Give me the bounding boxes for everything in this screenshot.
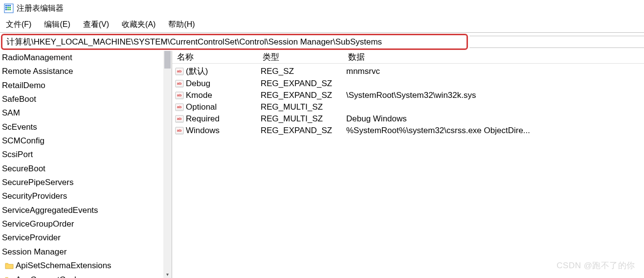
tree-item[interactable]: ApiSetSchemaExtensions xyxy=(2,259,172,273)
svg-rect-8 xyxy=(7,9,9,10)
tree-item-label: ScEvents xyxy=(2,121,37,134)
value-name: Windows xyxy=(186,126,220,136)
svg-rect-29 xyxy=(177,121,183,122)
tree-item-label: SecurePipeServers xyxy=(2,176,73,189)
svg-text:ab: ab xyxy=(177,93,181,97)
tree-item-label: Remote Assistance xyxy=(2,65,73,78)
value-data: \SystemRoot\System32\win32k.sys xyxy=(346,91,644,100)
address-path: 计算机\HKEY_LOCAL_MACHINE\SYSTEM\CurrentCon… xyxy=(6,36,382,47)
scrollbar-thumb[interactable] xyxy=(164,51,171,69)
tree-scrollbar[interactable]: ▾ xyxy=(163,51,172,278)
folder-icon xyxy=(5,276,14,278)
tree-item[interactable]: SAM xyxy=(2,106,172,120)
menu-help[interactable]: 帮助(H) xyxy=(165,19,198,31)
list-row[interactable]: ab(默认)REG_SZmnmsrvc xyxy=(172,65,644,78)
string-value-icon: ab xyxy=(175,126,184,135)
menu-view[interactable]: 查看(V) xyxy=(80,19,112,31)
svg-rect-17 xyxy=(177,86,183,87)
tree-item-label: RetailDemo xyxy=(2,79,45,92)
window-title: 注册表编辑器 xyxy=(17,3,64,14)
title-bar: 注册表编辑器 xyxy=(0,0,644,17)
tree-item-label: SecureBoot xyxy=(2,162,45,175)
tree-item-label: SecurityProviders xyxy=(2,190,67,203)
tree-item[interactable]: SafeBoot xyxy=(2,93,172,106)
svg-text:ab: ab xyxy=(177,116,181,121)
column-name[interactable]: 名称 xyxy=(175,51,261,63)
scrollbar-arrow-down-icon[interactable]: ▾ xyxy=(163,272,172,277)
tree-item[interactable]: AppCompatCache xyxy=(2,273,172,278)
value-name: (默认) xyxy=(186,66,208,77)
svg-rect-13 xyxy=(177,73,183,74)
svg-text:ab: ab xyxy=(177,69,181,73)
tree-item-label: ApiSetSchemaExtensions xyxy=(16,259,111,272)
svg-rect-33 xyxy=(177,133,183,134)
value-type: REG_MULTI_SZ xyxy=(261,102,346,112)
tree-item[interactable]: SecureBoot xyxy=(2,162,172,176)
tree-panel: RadioManagementRemote AssistanceRetailDe… xyxy=(0,51,172,278)
tree-item-label: RadioManagement xyxy=(2,51,72,64)
tree-item[interactable]: ServiceAggregatedEvents xyxy=(2,204,172,217)
menu-edit[interactable]: 编辑(E) xyxy=(41,19,73,31)
value-type: REG_MULTI_SZ xyxy=(261,114,346,124)
svg-rect-21 xyxy=(177,97,183,98)
tree-item-label: SAM xyxy=(2,107,20,119)
app-icon xyxy=(4,3,14,13)
svg-rect-2 xyxy=(7,5,9,6)
svg-text:ab: ab xyxy=(177,128,181,133)
value-type: REG_EXPAND_SZ xyxy=(261,79,346,89)
svg-rect-6 xyxy=(9,7,11,8)
tree-item[interactable]: ScsiPort xyxy=(2,148,172,162)
list-body[interactable]: ab(默认)REG_SZmnmsrvcabDebugREG_EXPAND_SZa… xyxy=(172,64,644,137)
list-row[interactable]: abKmodeREG_EXPAND_SZ\SystemRoot\System32… xyxy=(172,90,644,101)
value-data: mnmsrvc xyxy=(346,67,644,76)
list-row[interactable]: abWindowsREG_EXPAND_SZ%SystemRoot%\syste… xyxy=(172,125,644,137)
string-value-icon: ab xyxy=(175,67,184,76)
tree-item-label: ServiceProvider xyxy=(2,232,61,244)
list-panel: 名称 类型 数据 ab(默认)REG_SZmnmsrvcabDebugREG_E… xyxy=(172,51,644,278)
tree-item[interactable]: RetailDemo xyxy=(2,79,172,93)
value-name: Optional xyxy=(186,102,217,112)
column-data[interactable]: 数据 xyxy=(346,51,644,63)
string-value-icon: ab xyxy=(175,103,184,112)
svg-rect-1 xyxy=(5,5,7,6)
svg-rect-25 xyxy=(177,109,183,110)
main-split: RadioManagementRemote AssistanceRetailDe… xyxy=(0,51,644,278)
tree-item-label: SafeBoot xyxy=(2,93,36,106)
tree-item-label: SCMConfig xyxy=(2,135,44,147)
list-row[interactable]: abDebugREG_EXPAND_SZ xyxy=(172,78,644,90)
tree-item[interactable]: SecurityProviders xyxy=(2,189,172,203)
tree-item-label: ScsiPort xyxy=(2,148,33,161)
tree-item[interactable]: ServiceProvider xyxy=(2,231,172,245)
tree-item-label: ServiceGroupOrder xyxy=(2,218,74,231)
svg-rect-3 xyxy=(9,5,11,6)
tree-item[interactable]: Remote Assistance xyxy=(2,65,172,78)
tree-item[interactable]: ServiceGroupOrder xyxy=(2,217,172,231)
tree-list[interactable]: RadioManagementRemote AssistanceRetailDe… xyxy=(0,51,172,278)
svg-rect-5 xyxy=(7,7,9,8)
svg-rect-7 xyxy=(5,9,7,10)
string-value-icon: ab xyxy=(175,91,184,100)
value-type: REG_EXPAND_SZ xyxy=(261,126,346,136)
list-row[interactable]: abRequiredREG_MULTI_SZDebug Windows xyxy=(172,113,644,125)
address-bar[interactable]: 计算机\HKEY_LOCAL_MACHINE\SYSTEM\CurrentCon… xyxy=(1,34,468,50)
tree-item[interactable]: Session Manager xyxy=(2,245,172,259)
value-name: Debug xyxy=(186,79,210,89)
tree-item-label: AppCompatCache xyxy=(16,274,84,278)
tree-item[interactable]: SCMConfig xyxy=(2,134,172,148)
menu-fav[interactable]: 收藏夹(A) xyxy=(119,19,158,31)
menu-file[interactable]: 文件(F) xyxy=(3,19,34,31)
value-type: REG_SZ xyxy=(261,67,346,76)
value-data: Debug Windows xyxy=(346,114,644,124)
svg-rect-9 xyxy=(9,9,11,10)
column-type[interactable]: 类型 xyxy=(261,51,346,63)
menu-bar: 文件(F) 编辑(E) 查看(V) 收藏夹(A) 帮助(H) xyxy=(0,17,644,32)
address-bar-container: 计算机\HKEY_LOCAL_MACHINE\SYSTEM\CurrentCon… xyxy=(0,32,644,51)
list-header: 名称 类型 数据 xyxy=(172,51,644,64)
tree-item-label: ServiceAggregatedEvents xyxy=(2,204,98,217)
tree-item[interactable]: RadioManagement xyxy=(2,51,172,65)
value-name: Required xyxy=(186,114,220,124)
tree-item[interactable]: SecurePipeServers xyxy=(2,176,172,189)
string-value-icon: ab xyxy=(175,115,184,123)
list-row[interactable]: abOptionalREG_MULTI_SZ xyxy=(172,101,644,113)
tree-item[interactable]: ScEvents xyxy=(2,120,172,134)
